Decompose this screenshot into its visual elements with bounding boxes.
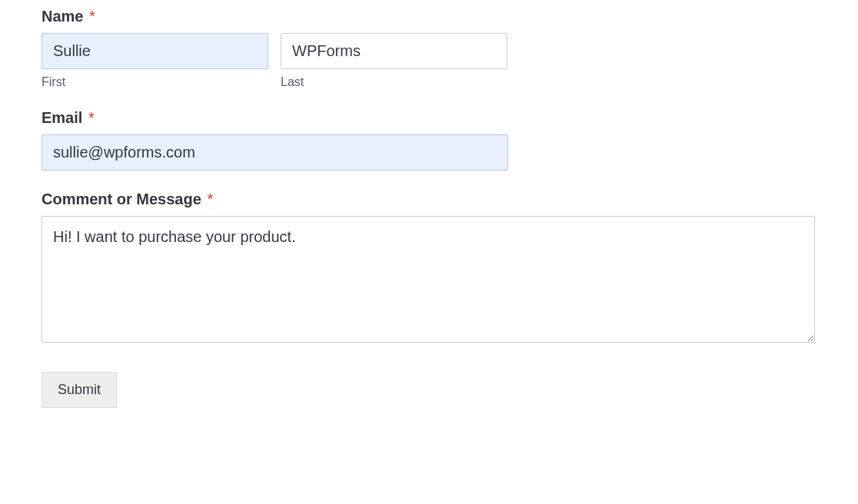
email-label-text: Email [42,109,82,126]
email-label: Email * [42,109,816,127]
required-marker: * [89,8,95,25]
last-name-col: Last [281,33,507,89]
submit-button[interactable]: Submit [42,372,117,408]
name-row: First Last [42,33,816,89]
contact-form: Name * First Last Email * Comment or Mes… [42,8,816,408]
comment-textarea[interactable] [42,216,815,343]
last-name-input[interactable] [281,33,507,69]
comment-label: Comment or Message * [42,191,816,208]
name-field-group: Name * First Last [42,8,816,89]
first-name-input[interactable] [42,33,268,69]
email-input[interactable] [42,134,508,171]
first-name-col: First [42,33,268,89]
required-marker: * [88,109,95,126]
comment-label-text: Comment or Message [42,191,201,207]
comment-field-group: Comment or Message * [42,191,816,346]
last-name-sublabel: Last [281,75,507,89]
first-name-sublabel: First [42,75,268,89]
email-field-group: Email * [42,109,816,171]
name-label: Name * [42,8,816,25]
required-marker: * [207,191,213,207]
name-label-text: Name [42,8,83,25]
